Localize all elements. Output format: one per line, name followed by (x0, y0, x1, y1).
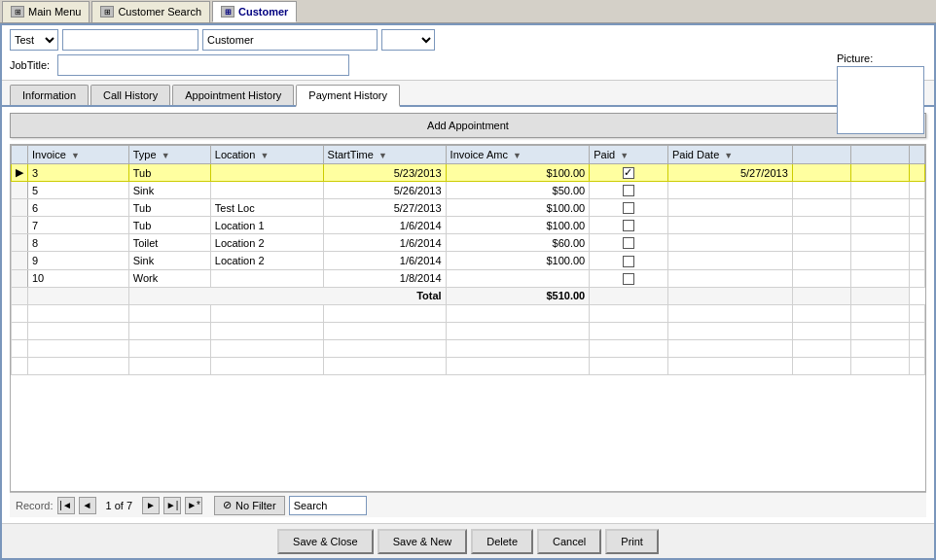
no-filter-button[interactable]: ⊘ No Filter (214, 496, 285, 515)
table-row[interactable]: 5Sink5/26/2013$50.00 (12, 182, 925, 199)
nav-last-button[interactable]: ►| (163, 497, 181, 514)
paid-checkbox[interactable] (623, 237, 634, 249)
cell-paid-date (667, 234, 792, 252)
col-location[interactable]: Location ▼ (210, 146, 323, 164)
tab-appointment-history[interactable]: Appointment History (172, 85, 294, 105)
table-row[interactable]: ▶3Tub5/23/2013$100.005/27/2013 (12, 164, 925, 182)
paid-checkbox[interactable] (623, 202, 634, 214)
cell-paid[interactable] (590, 182, 668, 199)
table-row[interactable]: 6TubTest Loc5/27/2013$100.00 (12, 199, 925, 217)
empty-row (12, 357, 925, 374)
tab-customer-search-label: Customer Search (118, 6, 201, 18)
empty-cell (590, 322, 668, 339)
empty-cell (590, 357, 668, 374)
paid-checkbox[interactable] (623, 220, 634, 231)
tab-main-menu[interactable]: ⊞ Main Menu (2, 1, 90, 22)
table-row[interactable]: 10Work1/8/2014 (12, 269, 925, 287)
cell-paid[interactable] (590, 199, 668, 217)
picture-area: Picture: (837, 52, 924, 134)
cell-extra (850, 182, 909, 199)
suffix-dropdown[interactable] (381, 29, 435, 51)
firstname-input[interactable] (62, 29, 198, 51)
empty-cell (12, 357, 28, 374)
tab-customer-search[interactable]: ⊞ Customer Search (91, 1, 210, 22)
cell-paid[interactable] (590, 234, 668, 252)
col-invoice-amount[interactable]: Invoice Amc ▼ (446, 146, 590, 164)
total-inv (28, 287, 129, 304)
tab-main-menu-label: Main Menu (28, 6, 81, 18)
empty-row (12, 339, 925, 357)
tab-customer[interactable]: ⊞ Customer (212, 1, 297, 22)
cell-invoice: 3 (28, 164, 129, 182)
type-sort-icon: ▼ (162, 151, 170, 160)
cell-starttime: 1/8/2014 (323, 269, 446, 287)
empty-cell (323, 304, 446, 322)
cell-type: Sink (128, 252, 210, 269)
row-indicator (12, 269, 28, 287)
paid-checkbox[interactable] (623, 273, 634, 285)
paid-checkbox[interactable] (623, 167, 634, 179)
cell-paid[interactable] (590, 269, 668, 287)
cell-paid[interactable] (590, 252, 668, 269)
total-extra (850, 287, 909, 304)
cell-location: Location 1 (210, 217, 323, 234)
col-starttime[interactable]: StartTime ▼ (323, 146, 446, 164)
print-button[interactable]: Print (605, 529, 659, 554)
prefix-dropdown[interactable]: Test (10, 29, 58, 51)
cell-invoice-amount: $100.00 (446, 217, 590, 234)
col-invoice[interactable]: Invoice ▼ (28, 146, 129, 164)
nav-first-button[interactable]: |◄ (57, 497, 75, 514)
paid-checkbox[interactable] (623, 185, 634, 196)
cell-extra (909, 234, 924, 252)
cell-extra (792, 182, 850, 199)
col-type[interactable]: Type ▼ (128, 146, 210, 164)
col-paid-date[interactable]: Paid Date ▼ (667, 146, 792, 164)
picture-label: Picture: (837, 52, 924, 64)
main-menu-icon: ⊞ (11, 6, 24, 18)
empty-cell (446, 339, 590, 357)
paid-sort-icon: ▼ (620, 151, 629, 160)
table-row[interactable]: 9SinkLocation 21/6/2014$100.00 (12, 252, 925, 269)
nav-new-button[interactable]: ►* (185, 497, 202, 514)
payment-table-wrapper: Invoice ▼ Type ▼ Location ▼ StartTime (10, 144, 926, 492)
add-appointment-button[interactable]: Add Appointment (10, 113, 926, 138)
cell-paid-date (667, 252, 792, 269)
total-extra (792, 287, 850, 304)
cell-invoice: 8 (28, 234, 129, 252)
cell-location (210, 269, 323, 287)
cell-type: Work (128, 269, 210, 287)
table-row[interactable]: 8ToiletLocation 21/6/2014$60.00 (12, 234, 925, 252)
search-input[interactable] (289, 496, 367, 515)
cell-paid[interactable] (590, 164, 668, 182)
save-close-button[interactable]: Save & Close (277, 529, 374, 554)
delete-button[interactable]: Delete (471, 529, 533, 554)
empty-cell (12, 304, 28, 322)
paid-checkbox[interactable] (623, 256, 634, 267)
empty-cell (210, 357, 323, 374)
empty-cell (12, 322, 28, 339)
cell-paid[interactable] (590, 217, 668, 234)
header-row1: Test (10, 29, 926, 51)
tab-information[interactable]: Information (10, 85, 89, 105)
nav-next-button[interactable]: ► (142, 497, 160, 514)
nav-prev-button[interactable]: ◄ (79, 497, 96, 514)
tab-call-history[interactable]: Call History (90, 85, 170, 105)
empty-cell (12, 339, 28, 357)
empty-cell (323, 322, 446, 339)
empty-cell (667, 322, 792, 339)
save-new-button[interactable]: Save & New (378, 529, 468, 554)
cell-extra (850, 269, 909, 287)
tab-payment-history[interactable]: Payment History (296, 85, 400, 107)
cancel-button[interactable]: Cancel (537, 529, 601, 554)
cell-invoice-amount (446, 269, 590, 287)
empty-cell (850, 322, 909, 339)
lastname-input[interactable] (202, 29, 378, 51)
cell-paid-date (667, 217, 792, 234)
content-area: Add Appointment Invoice ▼ Type ▼ (2, 107, 934, 523)
table-row[interactable]: 7TubLocation 11/6/2014$100.00 (12, 217, 925, 234)
cell-starttime: 5/26/2013 (323, 182, 446, 199)
cell-extra (850, 252, 909, 269)
col-paid[interactable]: Paid ▼ (590, 146, 668, 164)
jobtitle-input[interactable] (57, 54, 349, 76)
cell-extra (792, 269, 850, 287)
